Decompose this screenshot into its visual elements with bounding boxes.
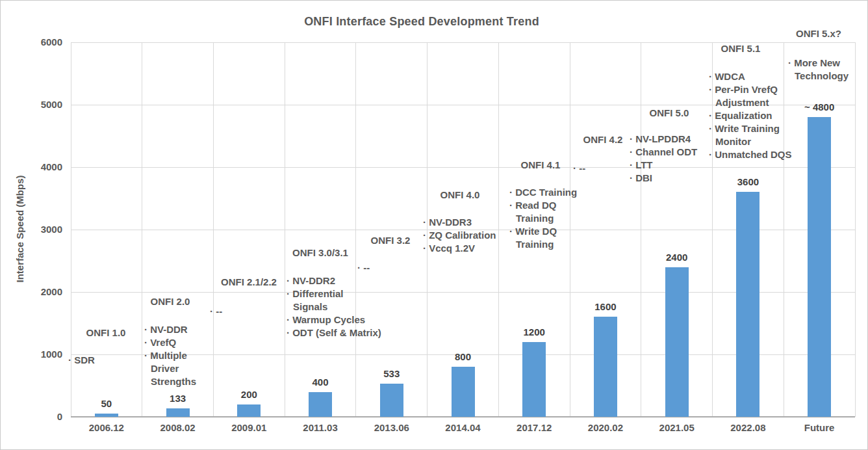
annotation-feature-line: Strengths [144,375,196,388]
gridline-vertical [641,42,641,417]
annotation-feature-line: · VrefQ [144,336,196,349]
gridline-vertical [213,42,214,417]
annotation-title: ONFI 4.0 [395,189,525,202]
annotation-feature-line: · -- [573,162,585,175]
annotation-feature-list: · -- [357,261,370,274]
y-tick-label: 6000 [1,36,62,49]
annotation-feature-line: Driver [144,362,196,375]
bar-value-label: 800 [424,351,502,364]
x-tick-label: 2013.06 [356,422,428,434]
bar-value-label: 1600 [567,300,645,313]
annotation-feature-line: · Write DQ [509,225,577,238]
gridline-vertical [355,42,356,417]
bar [808,117,831,417]
annotation-title: ONFI 3.0/3.1 [255,246,385,259]
bar [309,392,332,417]
bar-value-label: 3600 [709,176,787,189]
annotation-feature-line: · Per-Pin VrefQ [709,83,792,96]
y-tick-label: 0 [1,410,62,423]
annotation-feature-line: · Differential [287,287,381,300]
annotation-feature-line: · Equalization [709,109,792,122]
annotation-feature-line: Monitor [709,135,792,148]
annotation-feature-list: · DCC Training· Read DQTraining· Write D… [509,186,577,251]
gridline-vertical [285,42,285,417]
x-tick-label: 2021.05 [641,422,713,434]
y-tick-label: 1000 [1,348,62,361]
annotation-feature-line: · Read DQ [509,199,577,212]
annotation-feature-line: Adjustment [709,96,792,109]
bar [452,367,475,417]
annotation-feature-list: · NV-DDR· VrefQ· MultipleDriverStrengths [144,323,196,388]
annotation-feature-line: · NV-DDR2 [287,274,381,287]
x-tick-label: 2017.12 [498,422,570,434]
annotation-feature-line: · NV-DDR [144,323,196,336]
annotation-feature-line: · NV-DDR3 [423,216,496,229]
x-tick-label: 2008.02 [142,422,214,434]
gridline-vertical [855,42,856,417]
annotation-feature-line: · LTT [630,159,697,172]
bar-value-label: 1200 [495,326,573,339]
bar [95,414,118,417]
bar [594,317,617,417]
x-tick-label: 2022.08 [713,422,784,434]
chart-canvas: ONFI Interface Speed Development Trend I… [0,0,868,450]
annotation-feature-list: · NV-DDR3· ZQ Calibration· Vccq 1.2V [423,216,496,255]
bar-value-label: 2400 [638,251,716,264]
x-tick-label: 2014.04 [428,422,499,434]
x-tick-label: Future [784,422,855,434]
bar [665,267,689,417]
x-tick-label: 2020.02 [570,422,641,434]
annotation-feature-line: · Vccq 1.2V [423,242,496,255]
bar-value-label: 50 [68,397,146,410]
annotation-feature-line: · More New [788,57,849,70]
annotation-title: ONFI 5.x? [754,27,868,40]
annotation-feature-list: · -- [573,162,585,175]
y-tick-label: 5000 [1,98,62,111]
bar-value-label: 400 [281,376,359,389]
annotation-feature-line: · DCC Training [509,186,577,199]
y-tick-label: 3000 [1,223,62,236]
bar [237,404,261,417]
bar-value-label: 533 [353,367,431,380]
gridline-horizontal [71,167,855,168]
annotation-feature-line: · Write Training [709,122,792,135]
annotation-feature-line: · Warmup Cycles [287,313,381,326]
bar [522,342,546,417]
y-tick-label: 4000 [1,161,62,174]
bar [736,192,760,417]
annotation-feature-list: · WDCA· Per-Pin VrefQAdjustment· Equaliz… [709,70,792,161]
annotation-feature-line: · DBI [630,172,697,185]
annotation-feature-line: · SDR [68,354,95,367]
annotation-feature-line: · ZQ Calibration [423,229,496,242]
x-tick-label: 2011.03 [285,422,356,434]
gridline-vertical [142,42,142,417]
annotation-feature-line: Signals [287,300,381,313]
annotation-feature-list: · NV-DDR2· DifferentialSignals· Warmup C… [287,274,381,339]
annotation-feature-line: · -- [357,261,370,274]
bar-value-label: ~ 4800 [780,101,858,114]
bar-value-label: 200 [210,388,288,401]
y-tick-label: 2000 [1,285,62,298]
annotation-title: ONFI 4.1 [476,159,606,172]
annotation-feature-list: · NV-LPDDR4· Channel ODT· LTT· DBI [630,133,697,185]
annotation-feature-line: · Unmatched DQS [709,148,792,161]
x-tick-label: 2006.12 [71,422,142,434]
annotation-title: ONFI 5.1 [676,42,806,55]
annotation-feature-line: Training [509,212,577,225]
annotation-feature-list: · -- [210,305,222,318]
bar [166,408,190,417]
bar [380,384,403,417]
annotation-feature-line: · -- [210,305,222,318]
annotation-feature-line: · ODT (Self & Matrix) [287,326,381,339]
annotation-feature-line: Training [509,238,577,251]
annotation-feature-list: · More NewTechnology [788,57,849,83]
bar-value-label: 133 [139,392,217,405]
annotation-feature-line: · WDCA [709,70,792,83]
annotation-feature-line: Technology [788,70,849,83]
annotation-feature-line: · NV-LPDDR4 [630,133,697,146]
chart-title: ONFI Interface Speed Development Trend [1,15,843,29]
annotation-feature-line: · Multiple [144,349,196,362]
x-tick-label: 2009.01 [213,422,285,434]
annotation-feature-line: · Channel ODT [630,146,697,159]
annotation-feature-list: · SDR [68,354,95,367]
